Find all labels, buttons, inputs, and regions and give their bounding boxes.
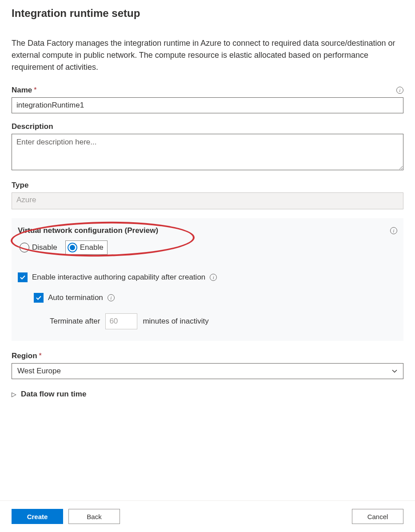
- region-value: West Europe: [17, 367, 61, 376]
- interactive-authoring-checkbox[interactable]: [18, 272, 28, 282]
- check-icon: [36, 295, 42, 301]
- auto-termination-checkbox[interactable]: [34, 293, 44, 303]
- description-label: Description: [12, 122, 53, 131]
- interactive-authoring-row: Enable interactive authoring capability …: [18, 272, 397, 282]
- region-label: Region: [12, 352, 37, 360]
- interactive-authoring-label: Enable interactive authoring capability …: [32, 273, 205, 282]
- radio-icon: [20, 243, 29, 252]
- info-icon[interactable]: i: [210, 274, 217, 281]
- chevron-down-icon: [391, 368, 398, 374]
- vnet-enable-label: Enable: [80, 243, 104, 252]
- terminate-after-unit: minutes of inactivity: [143, 317, 208, 326]
- vnet-enable-radio[interactable]: Enable: [65, 240, 108, 255]
- terminate-after-input[interactable]: [105, 313, 137, 329]
- vnet-disable-label: Disable: [32, 243, 57, 252]
- terminate-after-row: Terminate after minutes of inactivity: [50, 313, 397, 329]
- name-field-group: Name* i: [12, 86, 403, 113]
- create-button[interactable]: Create: [12, 509, 63, 524]
- info-icon[interactable]: i: [390, 227, 397, 234]
- dataflow-runtime-label: Data flow run time: [21, 390, 86, 399]
- name-label: Name: [12, 86, 32, 94]
- vnet-disable-radio[interactable]: Disable: [18, 241, 61, 254]
- chevron-right-icon: ▷: [12, 391, 16, 398]
- radio-icon: [68, 243, 77, 252]
- footer: Create Back Cancel: [0, 500, 415, 532]
- type-field-group: Type Azure: [12, 181, 403, 209]
- info-icon[interactable]: i: [396, 87, 403, 94]
- cancel-button[interactable]: Cancel: [352, 509, 403, 524]
- page-description: The Data Factory manages the integration…: [12, 37, 403, 73]
- auto-termination-row: Auto termination i: [34, 293, 397, 303]
- back-button[interactable]: Back: [68, 509, 120, 524]
- region-dropdown[interactable]: West Europe: [12, 363, 403, 379]
- vnet-section: Virtual network configuration (Preview) …: [12, 218, 403, 341]
- name-input[interactable]: [12, 97, 403, 113]
- type-label: Type: [12, 181, 28, 190]
- terminate-after-label: Terminate after: [50, 317, 100, 326]
- vnet-title: Virtual network configuration (Preview): [18, 226, 158, 235]
- required-indicator: *: [34, 86, 36, 94]
- page-title: Integration runtime setup: [12, 7, 403, 20]
- description-input[interactable]: [12, 134, 403, 170]
- dataflow-runtime-expander[interactable]: ▷ Data flow run time: [12, 390, 403, 399]
- type-input: Azure: [12, 192, 403, 209]
- required-indicator: *: [39, 352, 42, 360]
- description-field-group: Description: [12, 122, 403, 172]
- region-field-group: Region* West Europe: [12, 352, 403, 379]
- auto-termination-label: Auto termination: [48, 293, 103, 302]
- info-icon[interactable]: i: [108, 294, 115, 301]
- check-icon: [20, 274, 26, 280]
